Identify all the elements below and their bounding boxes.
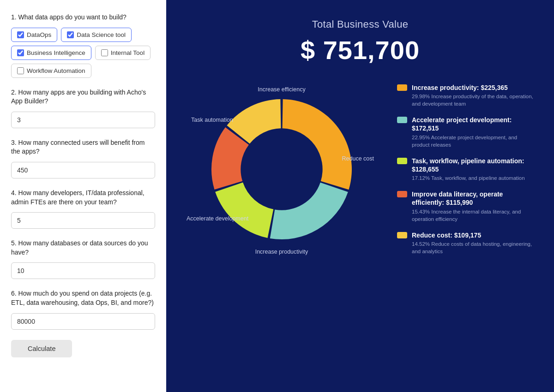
- legend-dot-1: [397, 117, 407, 123]
- q3-input[interactable]: [11, 162, 155, 178]
- checkbox-group: DataOpsData Science toolBusiness Intelli…: [11, 28, 155, 78]
- checkbox-dataops[interactable]: [17, 31, 24, 38]
- legend-title-3: Improve data literacy, operate efficient…: [412, 190, 536, 207]
- legend-title-2: Task, workflow, pipeline automation: $12…: [412, 157, 536, 173]
- checkbox-internal[interactable]: [101, 49, 108, 56]
- q2-input[interactable]: [11, 112, 155, 128]
- label-reduce-cost: Reduce cost: [342, 155, 374, 162]
- q5-label: 5. How many databases or data sources do…: [11, 239, 155, 257]
- donut-segment-1: [270, 183, 348, 239]
- legend-item-4: Reduce cost: $109,17514.52% Reduce costs…: [397, 231, 536, 255]
- donut-segment-2: [215, 183, 273, 238]
- left-panel: 1. What data apps do you want to build? …: [0, 0, 166, 392]
- donut-chart: Increase efficiency Reduce cost Increase…: [185, 82, 379, 257]
- legend-item-0: Increase productivity: $225,36529.98% In…: [397, 83, 536, 107]
- checkbox-pill-workflow[interactable]: Workflow Automation: [11, 64, 91, 78]
- chart-legend-wrapper: Increase efficiency Reduce cost Increase…: [180, 82, 540, 257]
- legend-title-4: Reduce cost: $109,175: [412, 231, 536, 239]
- legend-title-0: Increase productivity: $225,365: [412, 83, 536, 92]
- legend-dot-0: [397, 84, 407, 91]
- calculate-button[interactable]: Calculate: [11, 340, 72, 357]
- label-task-automation: Task automation: [191, 117, 233, 123]
- legend-title-1: Accelerate project development: $172,515: [412, 116, 536, 132]
- checkbox-pill-dataops[interactable]: DataOps: [11, 28, 57, 42]
- total-label: Total Business Value: [312, 18, 409, 30]
- legend-item-2: Task, workflow, pipeline automation: $12…: [397, 157, 536, 182]
- right-panel: Total Business Value $ 751,700 Increase …: [166, 0, 554, 392]
- legend-dot-3: [397, 191, 407, 197]
- q5-input[interactable]: [11, 262, 155, 279]
- checkbox-datasci[interactable]: [67, 31, 74, 38]
- legend-item-3: Improve data literacy, operate efficient…: [397, 190, 536, 223]
- legend-item-1: Accelerate project development: $172,515…: [397, 116, 536, 148]
- checkbox-workflow[interactable]: [17, 67, 24, 74]
- q1-label: 1. What data apps do you want to build?: [11, 13, 155, 22]
- q3-label: 3. How many connected users will benefit…: [11, 138, 155, 156]
- legend-desc-2: 17.12% Task, workflow, and pipeline auto…: [412, 174, 536, 182]
- donut-segment-0: [283, 99, 352, 190]
- legend-dot-2: [397, 158, 407, 164]
- checkbox-pill-bi[interactable]: Business Intelligence: [11, 46, 91, 60]
- label-accelerate-development: Accelerate development: [187, 215, 248, 222]
- legend-desc-3: 15.43% Increase the internal data litera…: [412, 208, 536, 223]
- checkbox-pill-datasci[interactable]: Data Science tool: [61, 28, 132, 42]
- q2-label: 2. How many apps are you building with A…: [11, 88, 155, 106]
- legend-desc-4: 14.52% Reduce costs of data hosting, eng…: [412, 240, 536, 255]
- q6-label: 6. How much do you spend on data project…: [11, 289, 155, 307]
- checkbox-bi[interactable]: [17, 49, 24, 56]
- total-value: $ 751,700: [301, 35, 420, 65]
- label-increase-productivity: Increase productivity: [255, 249, 308, 255]
- checkbox-pill-internal[interactable]: Internal Tool: [95, 46, 151, 60]
- q6-input[interactable]: [11, 313, 155, 330]
- q4-input[interactable]: [11, 212, 155, 229]
- label-increase-efficiency: Increase efficiency: [258, 86, 305, 93]
- legend-dot-4: [397, 232, 407, 238]
- q4-label: 4. How many developers, IT/data professi…: [11, 189, 155, 207]
- legend-desc-1: 22.95% Accelerate project development, a…: [412, 134, 536, 148]
- legend: Increase productivity: $225,36529.98% In…: [397, 83, 536, 255]
- legend-desc-0: 29.98% Increase productivity of the data…: [412, 93, 536, 107]
